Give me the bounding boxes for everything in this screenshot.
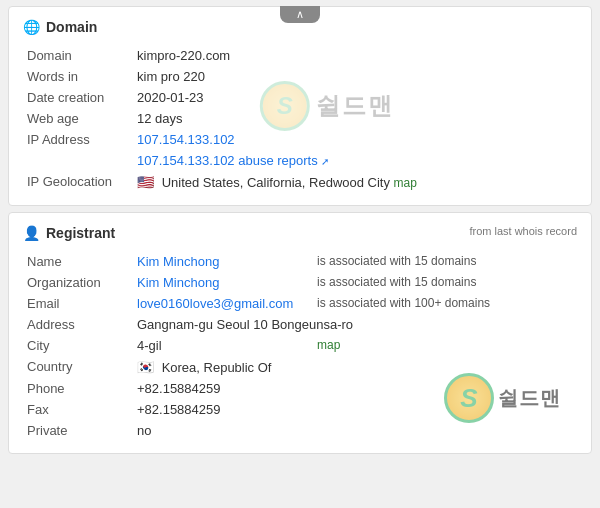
external-link-icon: ➚ — [321, 156, 329, 167]
field-assoc: is associated with 15 domains — [313, 251, 577, 272]
field-value: +82.15884259 — [133, 399, 577, 420]
geo-map-link[interactable]: map — [394, 176, 417, 190]
city-value: 4-gil — [137, 338, 162, 353]
field-label: Words in — [23, 66, 133, 87]
field-label: Date creation — [23, 87, 133, 108]
table-row: City 4-gil map — [23, 335, 577, 356]
table-row: Words in kim pro 220 — [23, 66, 577, 87]
table-row: Phone +82.15884259 — [23, 378, 577, 399]
field-value: love0160love3@gmail.com — [133, 293, 313, 314]
field-value: kimpro-220.com — [133, 45, 577, 66]
field-label: City — [23, 335, 133, 356]
field-map: map — [313, 335, 577, 356]
field-value: Kim Minchong — [133, 251, 313, 272]
field-label: Private — [23, 420, 133, 441]
field-value: no — [133, 420, 577, 441]
domain-value: kimpro-220.com — [137, 48, 230, 63]
field-value: +82.15884259 — [133, 378, 577, 399]
city-map-link[interactable]: map — [317, 338, 340, 352]
table-row: Country 🇰🇷 Korea, Republic Of — [23, 356, 577, 378]
field-value: 🇺🇸 United States, California, Redwood Ci… — [133, 171, 577, 193]
field-label: Organization — [23, 272, 133, 293]
registrant-section: 👤 Registrant from last whois record Name… — [8, 212, 592, 454]
field-label: Domain — [23, 45, 133, 66]
field-value: kim pro 220 — [133, 66, 577, 87]
table-row: Name Kim Minchong is associated with 15 … — [23, 251, 577, 272]
domain-section-title: Domain — [46, 19, 97, 35]
table-row: Date creation 2020-01-23 — [23, 87, 577, 108]
table-row: Organization Kim Minchong is associated … — [23, 272, 577, 293]
field-value: 107.154.133.102 abuse reports ➚ — [133, 150, 577, 171]
field-label: Name — [23, 251, 133, 272]
email-link[interactable]: love0160love3@gmail.com — [137, 296, 293, 311]
registrant-info-table: Name Kim Minchong is associated with 15 … — [23, 251, 577, 441]
field-label: IP Address — [23, 129, 133, 150]
field-label: Country — [23, 356, 133, 378]
geo-value: United States, California, Redwood City — [162, 175, 390, 190]
country-flag: 🇰🇷 — [137, 359, 154, 375]
field-assoc: is associated with 15 domains — [313, 272, 577, 293]
field-label: Email — [23, 293, 133, 314]
field-label: Web age — [23, 108, 133, 129]
collapse-button[interactable]: ∧ — [280, 6, 320, 23]
globe-icon: 🌐 — [23, 19, 40, 35]
table-row: Private no — [23, 420, 577, 441]
field-value: 12 days — [133, 108, 577, 129]
table-row: Domain kimpro-220.com — [23, 45, 577, 66]
field-value: Kim Minchong — [133, 272, 313, 293]
table-row: Fax +82.15884259 — [23, 399, 577, 420]
field-value: Gangnam-gu Seoul 10 Bongeunsa-ro — [133, 314, 577, 335]
ip-address-link[interactable]: 107.154.133.102 — [137, 132, 235, 147]
table-row: 107.154.133.102 abuse reports ➚ — [23, 150, 577, 171]
field-label: Address — [23, 314, 133, 335]
field-value: 107.154.133.102 — [133, 129, 577, 150]
from-last-label: from last whois record — [469, 225, 577, 237]
person-icon: 👤 — [23, 225, 40, 241]
table-row: Address Gangnam-gu Seoul 10 Bongeunsa-ro — [23, 314, 577, 335]
abuse-link-text: 107.154.133.102 abuse reports — [137, 153, 318, 168]
domain-info-table: Domain kimpro-220.com Words in kim pro 2… — [23, 45, 577, 193]
field-value: 2020-01-23 — [133, 87, 577, 108]
field-label: Phone — [23, 378, 133, 399]
abuse-reports-link[interactable]: 107.154.133.102 abuse reports ➚ — [137, 153, 329, 168]
field-assoc: is associated with 100+ domains — [313, 293, 577, 314]
field-label — [23, 150, 133, 171]
org-link[interactable]: Kim Minchong — [137, 275, 219, 290]
field-value: 🇰🇷 Korea, Republic Of — [133, 356, 577, 378]
table-row: Email love0160love3@gmail.com is associa… — [23, 293, 577, 314]
table-row: Web age 12 days — [23, 108, 577, 129]
registrant-section-title: Registrant — [46, 225, 115, 241]
field-label: IP Geolocation — [23, 171, 133, 193]
field-value: 4-gil — [133, 335, 313, 356]
table-row: IP Geolocation 🇺🇸 United States, Califor… — [23, 171, 577, 193]
field-label: Fax — [23, 399, 133, 420]
country-value: Korea, Republic Of — [162, 360, 272, 375]
geo-flag: 🇺🇸 — [137, 174, 154, 190]
table-row: IP Address 107.154.133.102 — [23, 129, 577, 150]
domain-section: ∧ 🌐 Domain Domain kimpro-220.com Words i… — [8, 6, 592, 206]
name-link[interactable]: Kim Minchong — [137, 254, 219, 269]
